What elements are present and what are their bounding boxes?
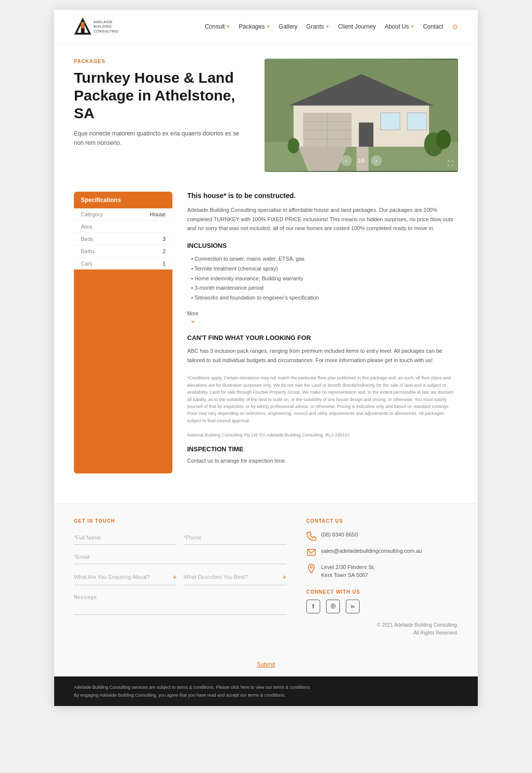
form-side: GET IN TOUCH What Are You Enquiring Abou… bbox=[74, 518, 287, 637]
more-button[interactable]: More ⌄ bbox=[187, 311, 199, 324]
content-section: Specifications Category House Area Beds … bbox=[74, 192, 458, 473]
linkedin-icon[interactable]: in bbox=[346, 600, 360, 613]
address-text: Level 2/30 Flinders St, Kent Town SA 506… bbox=[321, 563, 375, 579]
instagram-icon[interactable]: ⓒ bbox=[326, 600, 340, 613]
form-row-selects: What Are You Enquiring About? + What Des… bbox=[74, 569, 287, 585]
enquiry-arrow-icon: + bbox=[173, 573, 177, 581]
main-content: PACKAGES Turnkey House & Land Package in… bbox=[54, 44, 478, 503]
hero-right: ‹ 1/6 › ⛶ bbox=[265, 59, 458, 172]
specs-value-category: House bbox=[150, 211, 166, 217]
email-input[interactable] bbox=[74, 550, 287, 564]
svg-rect-14 bbox=[407, 113, 427, 130]
carousel-prev[interactable]: ‹ bbox=[341, 155, 352, 166]
image-carousel: ‹ 1/6 › ⛶ bbox=[265, 59, 458, 172]
carousel-controls: ‹ 1/6 › bbox=[341, 155, 382, 166]
phone-input[interactable] bbox=[184, 531, 287, 545]
header: ADELAIDE BUILDING CONSULTING Consult + P… bbox=[54, 10, 478, 44]
nav-consult[interactable]: Consult + bbox=[205, 23, 230, 30]
message-textarea[interactable] bbox=[74, 590, 287, 615]
specs-row-area: Area bbox=[74, 221, 172, 233]
footer-bar: Adelaide Building Consulting services ar… bbox=[54, 676, 478, 706]
form-label: GET IN TOUCH bbox=[74, 518, 287, 524]
contact-info-label: CONTACT US bbox=[306, 518, 458, 524]
disclaimer-text: *Conditions apply. Certain elevations ma… bbox=[187, 374, 458, 438]
svg-rect-2 bbox=[81, 22, 84, 29]
breadcrumb: PACKAGES bbox=[74, 59, 250, 64]
location-icon bbox=[306, 564, 316, 573]
logo-icon bbox=[74, 18, 92, 35]
full-name-input[interactable] bbox=[74, 531, 177, 545]
form-row-message bbox=[74, 590, 287, 615]
list-item: 3-month maintenance period bbox=[187, 283, 458, 293]
page-subtitle: Eque nonecte maiorem quatincto ex eria q… bbox=[74, 129, 250, 148]
right-content: This house* is to be constructed. Adelai… bbox=[187, 192, 458, 473]
specs-label-cars: Cars bbox=[81, 261, 92, 267]
specs-box: Specifications Category House Area Beds … bbox=[74, 192, 172, 473]
phone-icon bbox=[306, 531, 316, 541]
nav-about-us[interactable]: About Us + bbox=[385, 23, 414, 30]
submit-button[interactable]: Submit bbox=[257, 661, 275, 668]
inspection-heading: INSPECTION TIME bbox=[187, 445, 458, 453]
enquiry-select[interactable]: What Are You Enquiring About? + bbox=[74, 569, 177, 585]
specs-label-category: Category bbox=[81, 211, 103, 217]
phone-item: (08) 8340 8650 bbox=[306, 531, 458, 541]
social-section: CONNECT WITH US f ⓒ in © 2021 Adelaide B… bbox=[306, 589, 458, 637]
specs-row-baths: Baths 2 bbox=[74, 245, 172, 258]
nav-client-journey[interactable]: Client Journey bbox=[338, 23, 376, 30]
svg-point-21 bbox=[310, 566, 312, 568]
svg-point-16 bbox=[436, 130, 451, 149]
specs-title: Specifications bbox=[74, 192, 172, 208]
nav-grants[interactable]: Grants + bbox=[306, 23, 329, 30]
specs-row-cars: Cars 1 bbox=[74, 258, 172, 269]
describes-arrow-icon: + bbox=[283, 573, 287, 581]
inspection-text: Contact us to arrange for inspection tim… bbox=[187, 458, 458, 464]
form-row-email bbox=[74, 550, 287, 564]
search-button[interactable]: ⊙ bbox=[452, 23, 458, 31]
specs-row-beds: Beds 3 bbox=[74, 233, 172, 245]
svg-point-17 bbox=[288, 138, 299, 153]
facebook-icon[interactable]: f bbox=[306, 600, 320, 613]
describes-label: What Describes You Best? bbox=[184, 574, 248, 580]
cant-find-heading: CAN'T FIND WHAT YOUR LOOKING FOR bbox=[187, 334, 458, 341]
specs-value-cars: 1 bbox=[163, 261, 166, 267]
logo-text: ADELAIDE BUILDING CONSULTING bbox=[94, 20, 118, 33]
enquiry-label: What Are You Enquiring About? bbox=[74, 574, 150, 580]
inspection-section: INSPECTION TIME Contact us to arrange fo… bbox=[187, 445, 458, 464]
inclusions-list: Connection to sewer, mains water, ETSA, … bbox=[187, 254, 458, 303]
house-desc: Adelaide Building Consulting specialise … bbox=[187, 205, 458, 233]
house-title: This house* is to be constructed. bbox=[187, 192, 458, 200]
submit-row: Submit bbox=[54, 652, 478, 676]
social-icons: f ⓒ in bbox=[306, 600, 458, 613]
nav-contact[interactable]: Contact bbox=[423, 23, 443, 30]
nav-gallery[interactable]: Gallery bbox=[279, 23, 298, 30]
nav-packages[interactable]: Packages + bbox=[239, 23, 270, 30]
specs-note: Adelaide Building Consulting's office ha… bbox=[74, 269, 172, 300]
cant-find-section: CAN'T FIND WHAT YOUR LOOKING FOR ABC has… bbox=[187, 334, 458, 365]
carousel-next[interactable]: › bbox=[371, 155, 382, 166]
info-side: CONTACT US (08) 8340 8650 bbox=[306, 518, 458, 637]
footer-text: Adelaide Building Consulting services ar… bbox=[74, 683, 458, 699]
list-item: Termite treatment (chemical spray) bbox=[187, 264, 458, 274]
specs-row-category: Category House bbox=[74, 208, 172, 221]
specs-label-baths: Baths bbox=[81, 248, 95, 254]
contact-section: GET IN TOUCH What Are You Enquiring Abou… bbox=[54, 503, 478, 652]
svg-rect-12 bbox=[359, 123, 373, 147]
svg-rect-13 bbox=[381, 113, 400, 130]
contact-grid: GET IN TOUCH What Are You Enquiring Abou… bbox=[74, 518, 458, 637]
copyright-text: © 2021 Adelaide Building Consulting. All… bbox=[306, 621, 458, 637]
email-item: sales@adelaidebuildingconsulting.com.au bbox=[306, 547, 458, 557]
list-item: Home indemnity insurance, Building warra… bbox=[187, 274, 458, 284]
list-item: Connection to sewer, mains water, ETSA, … bbox=[187, 254, 458, 264]
inclusions-heading: INCLUSIONS bbox=[187, 242, 458, 249]
page-title: Turnkey House & Land Package in Athelsto… bbox=[74, 69, 250, 122]
connect-label: CONNECT WITH US bbox=[306, 589, 458, 595]
expand-icon[interactable]: ⛶ bbox=[447, 160, 453, 167]
specs-label-beds: Beds bbox=[81, 236, 93, 242]
describes-select[interactable]: What Describes You Best? + bbox=[184, 569, 287, 585]
carousel-count: 1/6 bbox=[358, 158, 365, 164]
specs-value-beds: 3 bbox=[163, 236, 166, 242]
logo[interactable]: ADELAIDE BUILDING CONSULTING bbox=[74, 18, 118, 35]
list-item: Siteworks and foundation to engineer's s… bbox=[187, 293, 458, 303]
more-arrow-icon: ⌄ bbox=[190, 316, 196, 324]
hero-left: PACKAGES Turnkey House & Land Package in… bbox=[74, 59, 250, 172]
